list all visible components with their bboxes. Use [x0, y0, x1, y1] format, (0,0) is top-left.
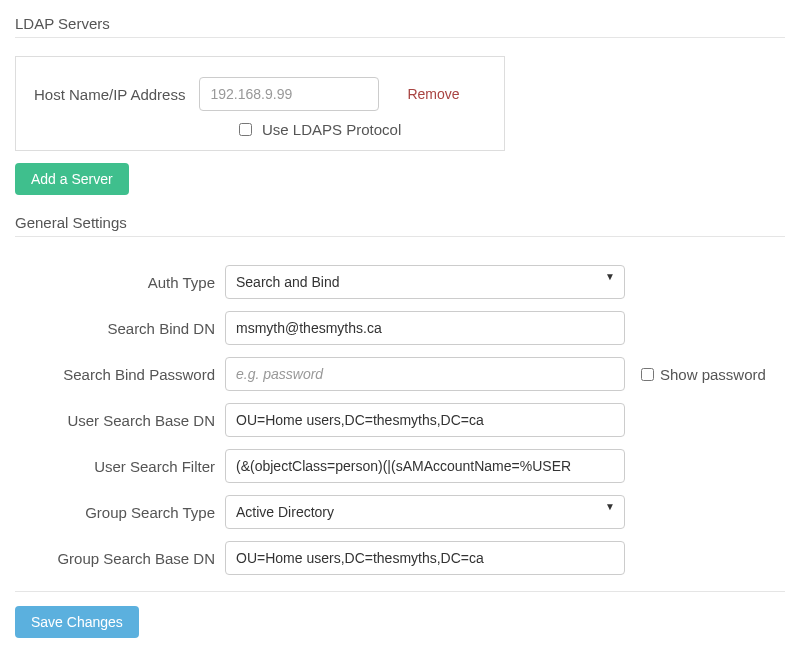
ldaps-label: Use LDAPS Protocol [262, 121, 401, 138]
user-search-base-dn-label: User Search Base DN [15, 412, 225, 429]
group-search-type-label: Group Search Type [15, 504, 225, 521]
host-input[interactable] [199, 77, 379, 111]
auth-type-select[interactable]: Search and Bind [225, 265, 625, 299]
remove-server-link[interactable]: Remove [407, 86, 459, 102]
search-bind-password-input[interactable] [225, 357, 625, 391]
divider [15, 591, 785, 592]
ldap-servers-title: LDAP Servers [15, 10, 785, 38]
search-bind-dn-label: Search Bind DN [15, 320, 225, 337]
general-settings-title: General Settings [15, 209, 785, 237]
search-bind-dn-input[interactable] [225, 311, 625, 345]
group-search-base-dn-label: Group Search Base DN [15, 550, 225, 567]
host-label: Host Name/IP Address [34, 86, 185, 103]
user-search-filter-label: User Search Filter [15, 458, 225, 475]
user-search-base-dn-input[interactable] [225, 403, 625, 437]
save-changes-button[interactable]: Save Changes [15, 606, 139, 638]
user-search-filter-input[interactable] [225, 449, 625, 483]
show-password-checkbox[interactable] [641, 368, 654, 381]
group-search-base-dn-input[interactable] [225, 541, 625, 575]
auth-type-label: Auth Type [15, 274, 225, 291]
server-entry: Host Name/IP Address Remove Use LDAPS Pr… [15, 56, 505, 151]
search-bind-password-label: Search Bind Password [15, 366, 225, 383]
group-search-type-select[interactable]: Active Directory [225, 495, 625, 529]
ldaps-checkbox[interactable] [239, 123, 252, 136]
show-password-label: Show password [660, 366, 766, 383]
add-server-button[interactable]: Add a Server [15, 163, 129, 195]
